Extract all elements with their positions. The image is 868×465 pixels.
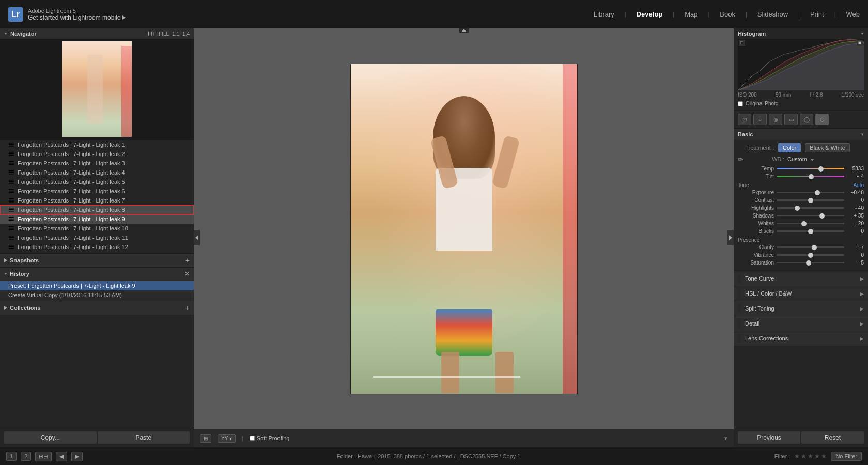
- previous-button[interactable]: Previous: [738, 431, 800, 444]
- view-1-btn[interactable]: 1: [6, 452, 17, 461]
- grid-view-btn-status[interactable]: ⊞⊟: [35, 452, 52, 461]
- filter-value[interactable]: No Filter: [831, 452, 862, 461]
- graduated-filter-tool[interactable]: ▭: [784, 114, 798, 125]
- preset-item-3[interactable]: Forgotten Postcards | 7-Light - Light le…: [0, 159, 194, 168]
- nav-library[interactable]: Library: [594, 10, 614, 18]
- tone-curve-section[interactable]: Tone Curve ▶: [734, 271, 868, 286]
- preset-item-10[interactable]: Forgotten Postcards | 7-Light - Light le…: [0, 224, 194, 233]
- crop-tool[interactable]: ⊡: [738, 114, 751, 125]
- snapshots-header[interactable]: Snapshots +: [0, 254, 194, 267]
- contrast-thumb[interactable]: [808, 198, 813, 203]
- saturation-slider[interactable]: [777, 262, 844, 264]
- preset-item-4[interactable]: Forgotten Postcards | 7-Light - Light le…: [0, 168, 194, 177]
- preset-item-5[interactable]: Forgotten Postcards | 7-Light - Light le…: [0, 177, 194, 187]
- history-item-1[interactable]: Create Virtual Copy (1/10/2016 11:15:53 …: [0, 290, 194, 300]
- temp-thumb[interactable]: [818, 166, 824, 172]
- star-3[interactable]: ★: [808, 453, 813, 460]
- collections-add-btn[interactable]: +: [185, 304, 190, 312]
- history-header[interactable]: History ✕: [0, 268, 194, 280]
- navigator-header[interactable]: Navigator FIT FILL 1:1 1:4: [0, 28, 194, 39]
- highlights-slider[interactable]: [777, 207, 844, 209]
- shadows-thumb[interactable]: [819, 213, 825, 219]
- star-5[interactable]: ★: [821, 453, 827, 460]
- soft-proofing-checkbox[interactable]: [250, 436, 255, 441]
- eyedropper-icon[interactable]: ✏: [738, 156, 745, 163]
- color-treatment-btn[interactable]: Color: [778, 143, 801, 152]
- nav-1to1-btn[interactable]: 1:1: [172, 31, 179, 37]
- vibrance-thumb[interactable]: [808, 253, 813, 258]
- paste-button[interactable]: Paste: [98, 431, 190, 444]
- lens-corrections-section[interactable]: Lens Corrections ▶: [734, 331, 868, 346]
- grid-view-btn[interactable]: ⊞: [200, 434, 211, 443]
- original-photo-label: Original Photo: [746, 101, 778, 106]
- hsl-section[interactable]: HSL / Color / B&W ▶: [734, 286, 868, 301]
- svg-rect-24: [9, 217, 14, 218]
- nav-fill-btn[interactable]: FILL: [159, 31, 169, 37]
- highlights-thumb[interactable]: [795, 206, 800, 211]
- bw-treatment-btn[interactable]: Black & White: [805, 143, 849, 152]
- shadows-slider[interactable]: [777, 215, 844, 216]
- whites-thumb[interactable]: [801, 221, 807, 226]
- star-4[interactable]: ★: [814, 453, 820, 460]
- preset-item-7[interactable]: Forgotten Postcards | 7-Light - Light le…: [0, 196, 194, 205]
- top-panel-toggle[interactable]: [459, 28, 469, 33]
- exposure-thumb[interactable]: [815, 190, 820, 195]
- histogram-collapse-icon[interactable]: [861, 33, 864, 35]
- blacks-thumb[interactable]: [808, 229, 813, 234]
- exposure-slider[interactable]: [777, 192, 844, 193]
- tint-slider[interactable]: [777, 176, 844, 177]
- clarity-thumb[interactable]: [812, 245, 817, 250]
- clarity-slider[interactable]: [777, 246, 844, 248]
- nav-book[interactable]: Book: [720, 10, 735, 18]
- copy-button[interactable]: Copy...: [4, 431, 97, 444]
- next-photo-btn[interactable]: ▶: [71, 452, 83, 461]
- preset-item-8[interactable]: Forgotten Postcards | 7-Light - Light le…: [0, 205, 194, 214]
- history-close-btn[interactable]: ✕: [184, 270, 190, 277]
- snapshots-add-btn[interactable]: +: [185, 256, 190, 265]
- nav-print[interactable]: Print: [810, 10, 824, 18]
- preset-item-2[interactable]: Forgotten Postcards | 7-Light - Light le…: [0, 149, 194, 159]
- bottom-arrow-down[interactable]: ▾: [724, 435, 727, 442]
- prev-photo-btn[interactable]: ◀: [56, 452, 67, 461]
- nav-web[interactable]: Web: [846, 10, 860, 18]
- radial-filter-tool[interactable]: ◯: [800, 114, 813, 125]
- app-subtitle[interactable]: Get started with Lightroom mobile: [28, 14, 126, 21]
- nav-fit-btn[interactable]: FIT: [148, 31, 156, 37]
- detail-section[interactable]: Detail ▶: [734, 316, 868, 331]
- basic-section-header[interactable]: Basic ▾: [734, 129, 868, 140]
- adjustment-brush-tool[interactable]: ⬡: [815, 114, 829, 125]
- contrast-slider[interactable]: [777, 199, 844, 201]
- temp-slider[interactable]: [777, 168, 844, 169]
- preset-item-9[interactable]: Forgotten Postcards | 7-Light - Light le…: [0, 214, 194, 224]
- left-panel-toggle[interactable]: [194, 230, 200, 245]
- saturation-thumb[interactable]: [806, 260, 811, 266]
- preset-item-1[interactable]: Forgotten Postcards | 7-Light - Light le…: [0, 140, 194, 149]
- history-item-0[interactable]: Preset: Forgotten Postcards | 7-Light - …: [0, 281, 194, 290]
- right-panel-toggle[interactable]: [727, 230, 734, 245]
- reset-button[interactable]: Reset: [801, 431, 864, 444]
- whites-slider[interactable]: [777, 223, 844, 224]
- preset-item-12[interactable]: Forgotten Postcards | 7-Light - Light le…: [0, 242, 194, 252]
- star-2[interactable]: ★: [801, 453, 807, 460]
- compare-btn[interactable]: YY ▾: [218, 434, 236, 443]
- nav-develop[interactable]: Develop: [637, 10, 663, 18]
- preset-item-11[interactable]: Forgotten Postcards | 7-Light - Light le…: [0, 233, 194, 242]
- tint-thumb[interactable]: [809, 174, 814, 179]
- nav-map[interactable]: Map: [685, 10, 698, 18]
- highlight-clipping-btn[interactable]: [739, 40, 745, 46]
- preset-item-6[interactable]: Forgotten Postcards | 7-Light - Light le…: [0, 187, 194, 196]
- view-2-btn[interactable]: 2: [21, 452, 31, 461]
- blacks-slider[interactable]: [777, 230, 844, 232]
- spot-removal-tool[interactable]: ○: [753, 114, 767, 125]
- star-1[interactable]: ★: [794, 453, 800, 460]
- vibrance-slider[interactable]: [777, 254, 844, 256]
- split-toning-section[interactable]: Split Toning ▶: [734, 301, 868, 316]
- collections-header[interactable]: Collections +: [0, 301, 194, 315]
- wb-value[interactable]: Custom: [787, 156, 814, 162]
- red-eye-tool[interactable]: ◎: [769, 114, 782, 125]
- original-photo-checkbox[interactable]: [738, 101, 743, 106]
- nav-1to4-btn[interactable]: 1:4: [182, 31, 190, 37]
- shadow-clipping-btn[interactable]: [857, 40, 863, 46]
- tone-auto-btn[interactable]: Auto: [853, 182, 864, 188]
- nav-slideshow[interactable]: Slideshow: [757, 10, 788, 18]
